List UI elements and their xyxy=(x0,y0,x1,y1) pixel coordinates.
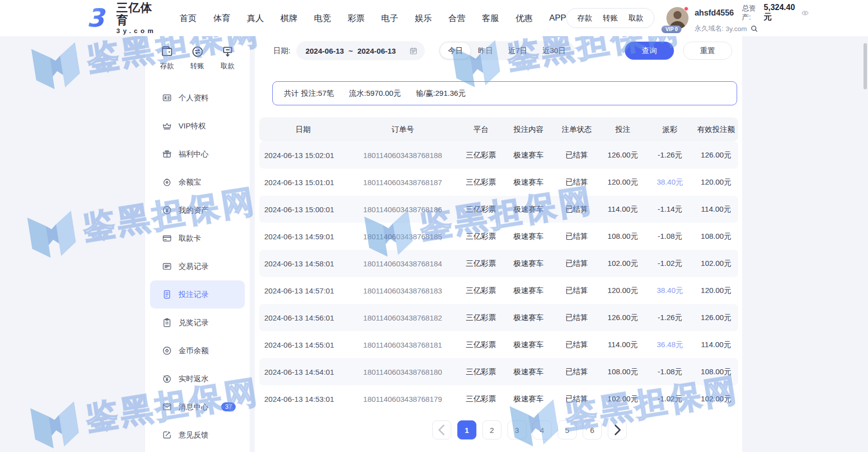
cell-order-number: 1801140603438768188 xyxy=(347,151,458,160)
range-button[interactable]: 今日 xyxy=(440,43,470,59)
nav-item[interactable]: 客服 xyxy=(482,13,499,24)
date-range-presets: 今日昨日近7日近30日 xyxy=(439,41,575,60)
cell-status: 已结算 xyxy=(554,313,600,323)
cell-platform: 三亿彩票 xyxy=(458,367,503,377)
nav-item[interactable]: 电竞 xyxy=(314,13,331,24)
cell-date: 2024-06-13 14:55:01 xyxy=(259,341,347,349)
nav-item[interactable]: 合营 xyxy=(448,13,465,24)
wallet-action[interactable]: 存款 xyxy=(577,14,592,23)
feedback-icon xyxy=(162,430,172,440)
cell-bet-content: 极速赛车 xyxy=(503,259,554,268)
next-page-button[interactable] xyxy=(608,420,627,439)
page-button[interactable]: 5 xyxy=(558,420,577,439)
cell-bet-content: 极速赛车 xyxy=(503,205,554,214)
cell-payout: 38.40元 xyxy=(646,286,694,295)
search-icon[interactable] xyxy=(750,25,758,33)
cell-payout: 38.40元 xyxy=(646,178,694,187)
watermark-logo-icon xyxy=(26,34,86,94)
sidebar-item[interactable]: 意见反馈 xyxy=(150,421,245,449)
cell-payout: -1.26元 xyxy=(646,313,694,323)
summary-bar: 共计 投注:57笔流水:5970.00元输/赢:291.36元 xyxy=(272,81,737,105)
brand[interactable]: 3 三亿体育 3y.com xyxy=(84,2,158,35)
sidebar-item[interactable]: 福利中心 xyxy=(150,140,245,168)
table-row: 2024-06-13 14:53:01 1801140603438768179 … xyxy=(259,385,738,412)
page-button[interactable]: 6 xyxy=(583,420,602,439)
cell-platform: 三亿彩票 xyxy=(458,232,503,241)
cell-platform: 三亿彩票 xyxy=(458,313,503,323)
nav-item[interactable]: 棋牌 xyxy=(280,13,297,24)
page-button[interactable]: 4 xyxy=(533,420,552,439)
sidebar-item[interactable]: 实时返水 xyxy=(150,365,245,393)
table-row: 2024-06-13 14:56:01 1801140603438768182 … xyxy=(259,304,738,331)
sidebar-item[interactable]: VIP特权 xyxy=(150,112,245,140)
sidebar-item[interactable]: 交易记录 xyxy=(150,252,245,280)
reset-button[interactable]: 重置 xyxy=(683,42,732,60)
prev-page-button[interactable] xyxy=(432,420,451,439)
chevron-right-icon xyxy=(608,421,626,439)
id-card-icon xyxy=(162,93,172,103)
brand-domain: 3y.com xyxy=(116,28,158,35)
cell-order-number: 1801140603438768187 xyxy=(347,178,458,187)
nav-item[interactable]: 电子 xyxy=(381,13,398,24)
page-button[interactable]: 2 xyxy=(482,420,501,439)
cell-bet-content: 极速赛车 xyxy=(503,232,554,241)
header: 3 三亿体育 3y.com 首页体育真人棋牌电竞彩票电子娱乐合营客服优惠APP … xyxy=(0,0,868,36)
avatar[interactable]: VIP 0 xyxy=(666,7,688,29)
sidebar-item[interactable]: 我的资产 xyxy=(150,196,245,224)
vip-badge: VIP 0 xyxy=(661,26,681,33)
date-range-input[interactable]: 2024-06-13 ~ 2024-06-13 xyxy=(296,41,425,60)
quick-action[interactable]: 转账 xyxy=(191,45,205,71)
sidebar-item[interactable]: 兑奖记录 xyxy=(150,309,245,337)
column-header: 投注 xyxy=(600,125,646,134)
column-header: 注单状态 xyxy=(554,125,600,134)
cell-valid-amount: 114.00元 xyxy=(694,340,738,350)
query-button[interactable]: 查询 xyxy=(625,42,674,60)
cell-valid-amount: 102.00元 xyxy=(694,394,738,404)
cell-valid-amount: 108.00元 xyxy=(694,232,738,241)
range-button[interactable]: 昨日 xyxy=(470,43,500,59)
sidebar-item[interactable]: 金币余额 xyxy=(150,337,245,365)
page-button[interactable]: 3 xyxy=(507,420,527,439)
table-row: 2024-06-13 15:01:01 1801140603438768187 … xyxy=(259,169,738,196)
eye-icon[interactable] xyxy=(801,9,809,18)
cell-platform: 三亿彩票 xyxy=(458,150,503,160)
date-to: 2024-06-13 xyxy=(358,47,396,55)
nav-item[interactable]: 娱乐 xyxy=(415,13,432,24)
range-button[interactable]: 近7日 xyxy=(500,43,535,59)
cell-status: 已结算 xyxy=(554,286,600,295)
table-header: 日期订单号平台投注内容注单状态投注派彩有效投注额 xyxy=(259,117,738,141)
range-button[interactable]: 近30日 xyxy=(535,43,574,59)
calendar-icon[interactable] xyxy=(409,47,418,55)
bank-card-icon xyxy=(162,233,172,243)
cell-bet-content: 极速赛车 xyxy=(503,150,554,160)
scrollbar-thumb[interactable] xyxy=(863,43,867,89)
wallet-action[interactable]: 转账 xyxy=(603,14,618,23)
cell-valid-amount: 126.00元 xyxy=(694,313,738,323)
nav-item[interactable]: 优惠 xyxy=(515,13,533,24)
nav-item[interactable]: APP xyxy=(549,13,566,23)
page-button[interactable]: 1 xyxy=(457,420,476,439)
nav-item[interactable]: 体育 xyxy=(213,13,230,24)
quick-action[interactable]: 取款 xyxy=(221,45,235,71)
cell-platform: 三亿彩票 xyxy=(458,178,503,187)
pagination: 123456 xyxy=(286,420,773,439)
cell-bet-content: 极速赛车 xyxy=(503,367,554,377)
quick-action[interactable]: 存款 xyxy=(160,45,174,71)
nav-item[interactable]: 首页 xyxy=(180,13,197,24)
transfer-icon xyxy=(191,45,204,58)
cell-date: 2024-06-13 15:02:01 xyxy=(259,151,347,160)
sidebar-item[interactable]: 消息中心 37 xyxy=(150,393,245,421)
transactions-icon xyxy=(162,261,172,271)
cell-order-number: 1801140603438768179 xyxy=(347,395,458,403)
sidebar-item[interactable]: 取款卡 xyxy=(150,224,245,252)
table-row: 2024-06-13 14:58:01 1801140603438768184 … xyxy=(259,250,738,277)
nav-item[interactable]: 彩票 xyxy=(348,13,365,24)
cell-status: 已结算 xyxy=(554,205,600,214)
cell-bet-amount: 102.00元 xyxy=(600,259,646,268)
sidebar-item[interactable]: 投注记录 xyxy=(150,280,245,309)
nav-item[interactable]: 真人 xyxy=(247,13,264,24)
sidebar-item[interactable]: 余额宝 xyxy=(150,168,245,196)
table-row: 2024-06-13 14:57:01 1801140603438768183 … xyxy=(259,277,738,304)
wallet-action[interactable]: 取款 xyxy=(628,14,643,23)
sidebar-item[interactable]: 个人资料 xyxy=(150,84,245,112)
